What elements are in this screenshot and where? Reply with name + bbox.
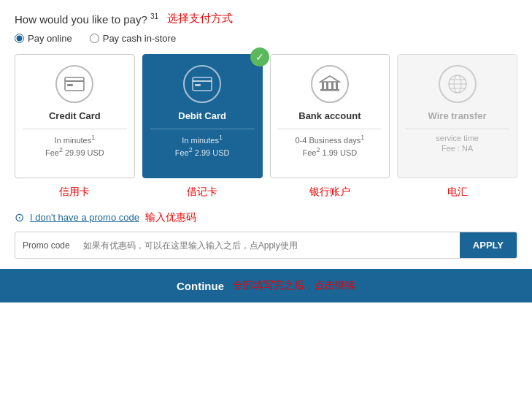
promo-code-input[interactable] bbox=[83, 240, 454, 251]
pay-instore-option[interactable]: Pay cash in-store bbox=[90, 33, 176, 44]
debit-card-option[interactable]: ✓ Debit Card In minutes1 Fee2 2.99 USD bbox=[142, 54, 263, 178]
continue-chinese-label: 全部填写完之后，点击继续 bbox=[233, 279, 355, 292]
wire-transfer-icon bbox=[439, 65, 477, 103]
payment-cards-row: Credit Card In minutes1 Fee2 29.99 USD ✓… bbox=[15, 54, 517, 178]
svg-rect-8 bbox=[326, 82, 328, 89]
pay-instore-label: Pay cash in-store bbox=[103, 33, 176, 44]
bank-account-name: Bank account bbox=[298, 110, 361, 121]
wire-transfer-option[interactable]: Wire transfer service time Fee : NA bbox=[397, 54, 517, 178]
debit-card-name: Debit Card bbox=[178, 110, 226, 121]
wire-service-time-label: service time bbox=[405, 134, 509, 142]
selected-checkmark: ✓ bbox=[250, 47, 269, 66]
debit-card-fee: Fee2 2.99 USD bbox=[150, 146, 255, 157]
wire-transfer-name: Wire transfer bbox=[428, 110, 487, 121]
promo-chinese-label: 输入优惠码 bbox=[145, 211, 196, 224]
wire-transfer-chinese: 电汇 bbox=[397, 186, 517, 199]
debit-card-footer: In minutes1 Fee2 2.99 USD bbox=[150, 129, 255, 156]
svg-rect-3 bbox=[193, 77, 212, 91]
page-title: How would you like to pay? 31 bbox=[15, 12, 158, 26]
bank-account-footer: 0-4 Business days1 Fee2 1.99 USD bbox=[278, 129, 382, 156]
continue-bar: Continue 全部填写完之后，点击继续 bbox=[0, 269, 532, 302]
bank-account-chinese: 银行账户 bbox=[270, 186, 390, 199]
pay-online-option[interactable]: Pay online bbox=[15, 33, 72, 44]
bank-account-option[interactable]: Bank account 0-4 Business days1 Fee2 1.9… bbox=[270, 54, 390, 178]
credit-card-footer: In minutes1 Fee2 29.99 USD bbox=[23, 129, 127, 156]
page-title-sup: 31 bbox=[150, 12, 158, 20]
credit-card-icon bbox=[55, 65, 93, 103]
credit-card-fee: Fee2 29.99 USD bbox=[23, 146, 127, 157]
credit-card-option[interactable]: Credit Card In minutes1 Fee2 29.99 USD bbox=[15, 54, 135, 178]
continue-button[interactable]: Continue bbox=[177, 280, 224, 292]
promo-input-row: Promo code APPLY bbox=[15, 232, 517, 259]
payment-method-toggle: Pay online Pay cash in-store bbox=[15, 33, 517, 44]
wire-transfer-footer: service time Fee : NA bbox=[405, 129, 509, 153]
promo-toggle-icon[interactable]: ⊙ bbox=[15, 210, 24, 224]
debit-card-icon bbox=[183, 65, 221, 103]
svg-marker-6 bbox=[320, 76, 339, 82]
credit-card-chinese: 信用卡 bbox=[15, 186, 135, 199]
debit-card-chinese: 借记卡 bbox=[142, 186, 263, 199]
svg-rect-0 bbox=[65, 77, 84, 91]
svg-rect-5 bbox=[195, 84, 201, 86]
svg-rect-9 bbox=[331, 82, 334, 89]
promo-section: ⊙ I don't have a promo code 输入优惠码 Promo … bbox=[15, 210, 517, 259]
chinese-card-labels: 信用卡 借记卡 银行账户 电汇 bbox=[15, 186, 517, 199]
promo-code-prefix: Promo code bbox=[15, 235, 77, 256]
svg-rect-2 bbox=[67, 84, 73, 86]
pay-online-label: Pay online bbox=[28, 33, 72, 44]
debit-card-time: In minutes1 bbox=[150, 134, 255, 145]
promo-toggle-label[interactable]: I don't have a promo code bbox=[30, 212, 139, 223]
page-title-chinese: 选择支付方式 bbox=[167, 12, 233, 26]
svg-rect-10 bbox=[336, 82, 338, 89]
bank-account-fee: Fee2 1.99 USD bbox=[278, 146, 382, 157]
svg-rect-11 bbox=[320, 89, 339, 91]
wire-fee-label: Fee : NA bbox=[405, 144, 509, 153]
bank-account-time: 0-4 Business days1 bbox=[278, 134, 382, 145]
page-title-text: How would you like to pay? bbox=[15, 13, 147, 26]
credit-card-time: In minutes1 bbox=[23, 134, 127, 145]
apply-promo-button[interactable]: APPLY bbox=[460, 232, 517, 258]
promo-toggle-row: ⊙ I don't have a promo code 输入优惠码 bbox=[15, 210, 517, 224]
pay-instore-radio[interactable] bbox=[90, 34, 99, 43]
credit-card-name: Credit Card bbox=[49, 110, 101, 121]
page-header: How would you like to pay? 31 选择支付方式 bbox=[15, 12, 517, 26]
pay-online-radio[interactable] bbox=[15, 34, 24, 43]
svg-rect-7 bbox=[322, 82, 324, 89]
bank-account-icon bbox=[311, 65, 349, 103]
promo-input-wrapper bbox=[77, 237, 460, 254]
